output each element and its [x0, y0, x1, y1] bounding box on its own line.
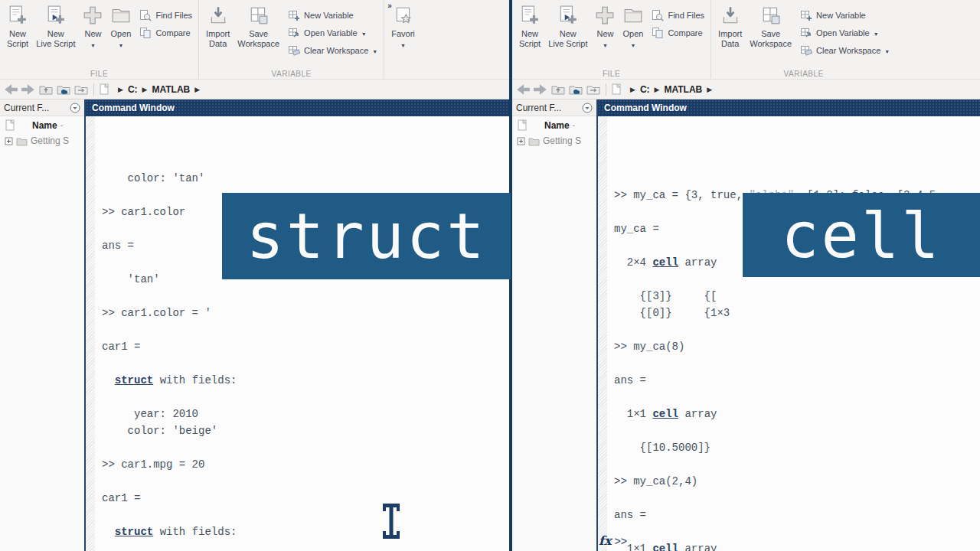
chevron-down-icon: ▼	[603, 41, 608, 51]
folder-up-icon[interactable]	[550, 83, 566, 96]
open-variable-icon	[288, 27, 300, 39]
terminal-line: color: 'tan'	[102, 170, 509, 187]
breadcrumb-arrow-icon: ▶	[142, 86, 148, 93]
new-button[interactable]: New ▼	[79, 3, 106, 51]
open-button[interactable]: Open ▼	[106, 3, 135, 51]
import-data-button[interactable]: Import Data	[202, 3, 234, 49]
current-folder-panel: Current F... Name - Getting S	[0, 99, 84, 551]
new-live-script-button[interactable]: New Live Script	[32, 3, 79, 49]
terminal-line: ans =	[614, 372, 980, 389]
new-variable-icon	[288, 9, 300, 21]
folder-tree-item[interactable]: Getting S	[512, 132, 596, 148]
breadcrumb[interactable]: ▶ C: ▶ MATLAB ▶	[630, 84, 712, 95]
terminal-line: ans =	[614, 507, 980, 523]
current-folder-title: Current F...	[516, 103, 561, 113]
page-icon	[99, 83, 109, 95]
compare-button[interactable]: Compare	[652, 27, 704, 39]
fx-icon[interactable]: fx	[599, 533, 611, 549]
open-variable-button[interactable]: Open Variable ▼	[288, 27, 377, 39]
variable-section-label: VARIABLE	[199, 70, 384, 78]
breadcrumb-arrow-icon: ▶	[655, 86, 660, 93]
plus-icon	[595, 5, 615, 25]
clear-workspace-button[interactable]: Clear Workspace ▼	[288, 44, 377, 57]
panel-menu-icon[interactable]	[70, 103, 80, 113]
cell-banner: cell	[743, 193, 980, 277]
forward-icon[interactable]	[21, 83, 36, 96]
back-icon[interactable]	[515, 83, 531, 96]
folder-cloud-icon[interactable]	[56, 83, 71, 96]
new-live-script-button[interactable]: New Live Script	[544, 3, 591, 49]
folder-tree-item[interactable]: Getting S	[0, 132, 84, 148]
terminal-line	[614, 389, 980, 406]
panel-menu-icon[interactable]	[582, 103, 593, 113]
clear-workspace-button[interactable]: Clear Workspace ▼	[800, 44, 890, 57]
terminal-line: {[0]} {1×3	[614, 305, 980, 321]
terminal-line	[614, 490, 980, 507]
new-variable-button[interactable]: New Variable	[288, 9, 377, 21]
breadcrumb[interactable]: ▶ C: ▶ MATLAB ▶	[118, 84, 200, 95]
expand-icon[interactable]	[5, 137, 13, 145]
folder-cloud-icon[interactable]	[568, 83, 583, 96]
save-workspace-icon	[249, 5, 269, 25]
split-screen: New Script New Live Script New ▼ Open ▼	[0, 0, 980, 551]
file-small-buttons: Find Files Compare	[647, 3, 707, 39]
new-live-script-icon	[558, 5, 578, 25]
command-window-output[interactable]: color: 'tan'>> car1.colorans = 'tan'>> c…	[86, 116, 509, 551]
open-variable-button[interactable]: Open Variable ▼	[800, 27, 890, 39]
terminal-line	[102, 389, 509, 406]
breadcrumb-folder[interactable]: MATLAB	[665, 84, 703, 95]
terminal-line: {[10.5000]}	[614, 439, 980, 456]
terminal-line: {[3]} {[	[614, 288, 980, 305]
variable-section-label: VARIABLE	[711, 70, 896, 78]
terminal-line: >> car1.mpg = 20	[102, 456, 509, 473]
breadcrumb-folder[interactable]: MATLAB	[152, 84, 191, 95]
compare-button[interactable]: Compare	[139, 27, 192, 39]
terminal-line	[614, 321, 980, 338]
terminal-line	[102, 507, 509, 523]
find-files-button[interactable]: Find Files	[652, 9, 704, 21]
folder-icon	[623, 5, 643, 25]
command-window-output[interactable]: fx >> >> my_ca = {3, true, "alpha", [1 2…	[598, 116, 980, 551]
breadcrumb-drive[interactable]: C:	[640, 84, 650, 95]
terminal-line	[102, 540, 509, 551]
new-variable-button[interactable]: New Variable	[800, 9, 890, 21]
terminal-line: >> my_ca(8)	[614, 338, 980, 355]
name-column-header[interactable]: Name -	[0, 116, 84, 132]
variable-group: Import Data Save Workspace New Variable	[199, 0, 384, 79]
terminal-line: 1×1 cell array	[614, 406, 980, 422]
find-files-icon	[652, 9, 664, 21]
terminal-line	[102, 473, 509, 490]
chevron-down-icon: ▼	[400, 41, 406, 51]
folder-up-icon[interactable]	[38, 83, 54, 96]
save-workspace-button[interactable]: Save Workspace	[234, 3, 283, 49]
clear-workspace-icon	[800, 44, 812, 57]
command-prompt[interactable]: fx >>	[599, 533, 627, 550]
new-script-icon	[520, 5, 540, 25]
gutter	[598, 116, 607, 551]
page-icon	[5, 119, 15, 131]
new-button[interactable]: New ▼	[591, 3, 619, 51]
open-button[interactable]: Open ▼	[619, 3, 647, 51]
find-files-button[interactable]: Find Files	[139, 9, 192, 21]
new-script-button[interactable]: New Script	[515, 3, 544, 49]
struct-banner: struct	[222, 193, 511, 279]
folder-switch-icon[interactable]	[74, 83, 89, 96]
overflow-chevron-icon: »	[387, 2, 392, 10]
import-data-button[interactable]: Import Data	[714, 3, 746, 49]
chevron-down-icon: ▼	[361, 31, 367, 37]
new-script-button[interactable]: New Script	[3, 3, 32, 49]
folder-switch-icon[interactable]	[586, 83, 601, 96]
breadcrumb-drive[interactable]: C:	[128, 84, 138, 95]
expand-icon[interactable]	[517, 137, 525, 145]
save-workspace-button[interactable]: Save Workspace	[746, 3, 795, 49]
back-icon[interactable]	[3, 83, 18, 96]
name-column-header[interactable]: Name -	[512, 116, 596, 132]
sort-indicator: -	[573, 121, 575, 129]
forward-icon[interactable]	[533, 83, 548, 96]
terminal-line	[614, 456, 980, 473]
folder-icon	[111, 5, 131, 25]
favorites-button[interactable]: Favori ▼	[387, 3, 419, 51]
new-variable-icon	[800, 9, 812, 21]
terminal-line: struct with fields:	[102, 523, 509, 540]
chevron-down-icon: ▼	[630, 41, 635, 51]
